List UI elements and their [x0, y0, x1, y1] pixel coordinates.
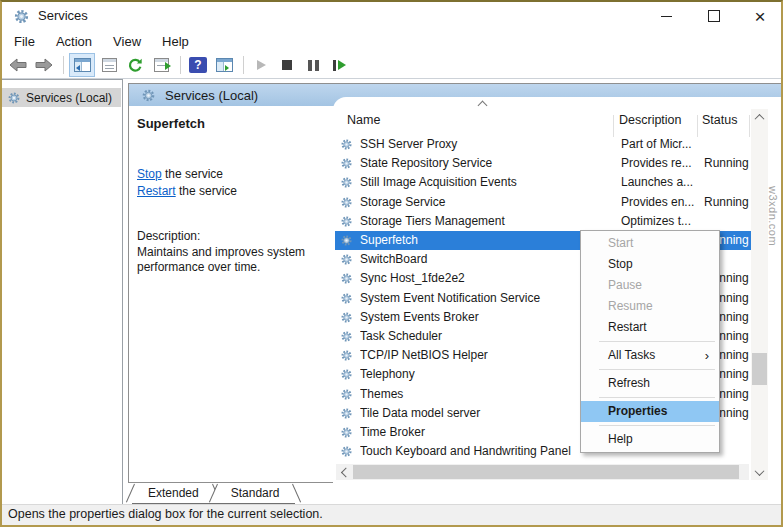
close-button[interactable]: ×: [748, 2, 772, 30]
gear-icon: [340, 311, 353, 324]
pause-service-icon: [308, 60, 319, 71]
help-button[interactable]: ?: [186, 54, 210, 76]
stop-service-button[interactable]: [275, 54, 299, 76]
context-item-label: Properties: [608, 404, 667, 418]
gear-icon: [340, 292, 353, 305]
maximize-button[interactable]: [702, 2, 726, 30]
submenu-arrow-icon: ›: [705, 345, 709, 366]
show-action-pane-button[interactable]: [212, 54, 236, 76]
service-name: State Repository Service: [360, 156, 613, 170]
menu-help[interactable]: Help: [162, 34, 189, 49]
forward-icon: [34, 58, 54, 72]
menu-view[interactable]: View: [113, 34, 141, 49]
horizontal-scroll-thumb[interactable]: [353, 465, 739, 479]
menu-file[interactable]: File: [14, 34, 35, 49]
menu-separator: [599, 425, 715, 426]
service-description: Launches a...: [621, 175, 697, 189]
scroll-up-button[interactable]: [751, 109, 768, 125]
service-row[interactable]: Storage ServiceProvides en...Running: [335, 193, 753, 212]
service-name: Telephony: [360, 367, 613, 381]
refresh-icon: [127, 57, 144, 74]
horizontal-scrollbar[interactable]: [336, 464, 749, 480]
service-name: Time Broker: [360, 425, 613, 439]
gear-icon: [340, 272, 353, 285]
context-item-label: Help: [608, 432, 633, 446]
service-row[interactable]: Storage Tiers ManagementOptimizes t...: [335, 212, 753, 231]
stop-service-line: Stop the service: [137, 167, 223, 181]
help-icon: ?: [189, 57, 207, 73]
maximize-icon: [708, 10, 720, 22]
back-icon: [8, 58, 28, 72]
service-row[interactable]: State Repository ServiceProvides re...Ru…: [335, 154, 753, 173]
refresh-button[interactable]: [123, 54, 147, 76]
service-name: System Events Broker: [360, 310, 613, 324]
forward-button[interactable]: [32, 54, 56, 76]
tab-standard[interactable]: Standard: [215, 484, 296, 504]
export-list-button[interactable]: [149, 54, 173, 76]
context-item-all-tasks[interactable]: All Tasks›: [581, 345, 719, 366]
stop-link[interactable]: Stop: [137, 167, 162, 181]
start-service-button[interactable]: [249, 54, 273, 76]
column-separator: [749, 115, 750, 137]
context-item-label: Restart: [608, 320, 647, 334]
service-name: SSH Server Proxy: [360, 137, 613, 151]
scroll-down-button[interactable]: [751, 464, 768, 480]
context-item-refresh[interactable]: Refresh: [581, 373, 719, 394]
gear-icon: [340, 349, 353, 362]
context-item-properties[interactable]: Properties: [581, 401, 719, 422]
status-bar: Opens the properties dialog box for the …: [2, 504, 781, 525]
show-console-tree-button[interactable]: [69, 53, 95, 77]
service-row[interactable]: SSH Server ProxyPart of Micr...: [335, 135, 753, 154]
gear-icon: [340, 388, 353, 401]
context-item-label: Resume: [608, 299, 653, 313]
back-button[interactable]: [6, 54, 30, 76]
column-header-name[interactable]: Name: [347, 113, 380, 127]
tree-item-services-local[interactable]: Services (Local): [2, 88, 121, 107]
service-description: Provides en...: [621, 195, 697, 209]
stop-link-rest: the service: [162, 167, 223, 181]
column-header-description[interactable]: Description: [619, 113, 682, 127]
context-item-label: Stop: [608, 257, 633, 271]
service-description: Provides re...: [621, 156, 697, 170]
service-name: TCP/IP NetBIOS Helper: [360, 348, 613, 362]
selected-service-title: Superfetch: [137, 116, 205, 131]
gear-icon: [340, 330, 353, 343]
pause-service-button[interactable]: [301, 54, 325, 76]
pane-header: Services (Local): [165, 88, 258, 103]
context-item-resume[interactable]: Resume: [581, 296, 719, 317]
vertical-scroll-thumb[interactable]: [752, 353, 767, 385]
service-row[interactable]: Still Image Acquisition EventsLaunches a…: [335, 173, 753, 192]
restart-link[interactable]: Restart: [137, 184, 176, 198]
menu-action[interactable]: Action: [56, 34, 92, 49]
tree-item-label: Services (Local): [26, 91, 112, 105]
context-item-stop[interactable]: Stop: [581, 254, 719, 275]
gear-icon: [340, 157, 353, 170]
context-item-help[interactable]: Help: [581, 429, 719, 450]
restart-service-button[interactable]: [327, 54, 351, 76]
service-name: Sync Host_1fde2e2: [360, 271, 613, 285]
services-window: Services × FileActionViewHelp ?: [0, 0, 783, 527]
tab-extended[interactable]: Extended: [132, 484, 215, 504]
chevron-up-icon: [755, 113, 765, 123]
chevron-down-icon: [755, 466, 765, 476]
context-item-pause[interactable]: Pause: [581, 275, 719, 296]
scroll-left-button[interactable]: [336, 464, 352, 480]
restart-service-line: Restart the service: [137, 184, 237, 198]
column-separator: [697, 115, 698, 137]
gear-icon: [340, 253, 353, 266]
context-item-label: Refresh: [608, 376, 650, 390]
gear-icon: [340, 368, 353, 381]
service-status: Running: [704, 156, 752, 170]
extended-info-pane: Superfetch Stop the service Restart the …: [129, 106, 332, 482]
column-header-status[interactable]: Status: [702, 113, 737, 127]
service-name: Task Scheduler: [360, 329, 613, 343]
context-item-start[interactable]: Start: [581, 233, 719, 254]
minimize-button[interactable]: [654, 2, 678, 30]
title-bar: Services ×: [2, 2, 781, 30]
context-item-restart[interactable]: Restart: [581, 317, 719, 338]
properties-toolbar-button[interactable]: [97, 54, 121, 76]
gear-icon: [340, 196, 353, 209]
vertical-scrollbar[interactable]: [751, 109, 768, 480]
service-name: Still Image Acquisition Events: [360, 175, 613, 189]
gear-icon: [340, 407, 353, 420]
